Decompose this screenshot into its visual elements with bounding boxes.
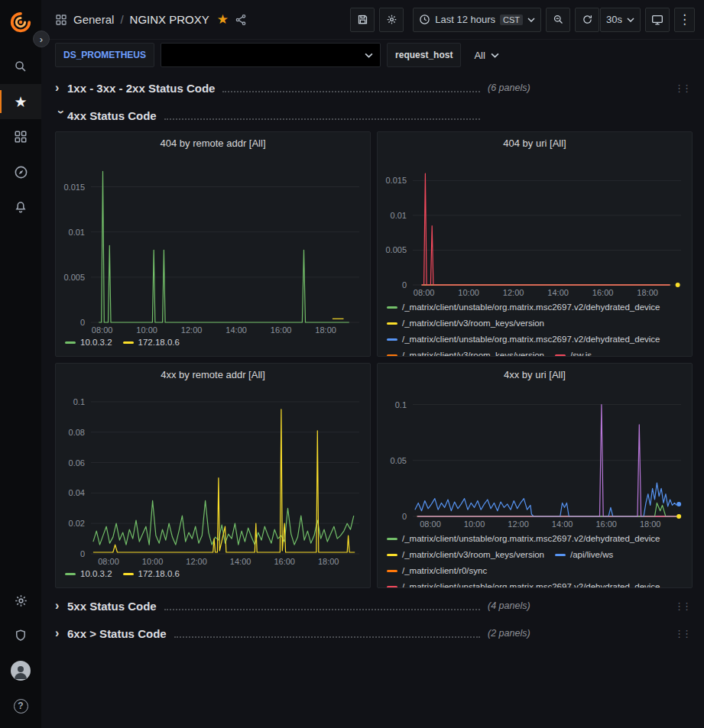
tv-mode-button[interactable] <box>645 8 670 32</box>
sidebar-item-alerting[interactable] <box>0 189 41 225</box>
legend-item[interactable]: 172.18.0.6 <box>123 569 180 578</box>
grafana-logo-icon[interactable] <box>8 9 34 35</box>
row-drag-handle[interactable]: ⋮⋮ <box>674 600 693 612</box>
legend-item[interactable]: /_matrix/client/unstable/org.matrix.msc2… <box>387 300 660 314</box>
kebab-menu-icon: ⋮ <box>678 11 691 28</box>
legend-item[interactable]: /_matrix/client/unstable/org.matrix.msc2… <box>387 532 660 545</box>
svg-text:0.015: 0.015 <box>385 176 407 185</box>
share-icon[interactable] <box>235 14 247 26</box>
kebab-menu-button[interactable]: ⋮ <box>674 8 695 32</box>
svg-text:0.1: 0.1 <box>395 400 407 409</box>
save-dashboard-button[interactable] <box>350 8 375 32</box>
variable-value-ds-prometheus[interactable] <box>161 43 381 67</box>
svg-text:18:00: 18:00 <box>640 519 661 529</box>
topbar-actions: Last 12 hours CST <box>350 8 695 32</box>
refresh-button[interactable] <box>575 8 599 32</box>
variable-label-request-host[interactable]: request_host <box>387 43 461 67</box>
sidebar-item-profile[interactable] <box>0 653 41 688</box>
time-range-picker[interactable]: Last 12 hours CST <box>413 8 541 32</box>
row-drag-handle[interactable]: ⋮⋮ <box>674 83 693 94</box>
svg-text:12:00: 12:00 <box>181 325 203 335</box>
svg-text:0.1: 0.1 <box>73 397 85 406</box>
svg-text:14:00: 14:00 <box>547 288 569 297</box>
legend-item[interactable]: /sw.js <box>555 348 592 356</box>
legend-item[interactable]: /_matrix/client/unstable/org.matrix.msc2… <box>387 580 660 587</box>
legend-item[interactable]: 172.18.0.6 <box>123 338 180 347</box>
row-panel-count: (6 panels) <box>488 83 530 93</box>
timezone-badge: CST <box>500 15 523 25</box>
gear-icon <box>14 594 28 608</box>
chevron-down-icon: › <box>55 110 67 122</box>
svg-text:0.06: 0.06 <box>69 458 85 468</box>
svg-text:16:00: 16:00 <box>595 519 617 529</box>
svg-text:0.01: 0.01 <box>69 228 85 237</box>
row-1xx-3xx-2xx[interactable]: › 1xx - 3xx - 2xx Status Code (6 panels)… <box>55 76 693 99</box>
chart-plot[interactable]: 00.0050.010.01508:0010:0012:0014:0016:00… <box>378 154 692 299</box>
chevron-down-icon <box>627 18 634 22</box>
chart-plot[interactable]: 00.0050.010.01508:0010:0012:0014:0016:00… <box>56 154 370 336</box>
svg-text:0.01: 0.01 <box>391 211 407 220</box>
variable-value-text: All <box>474 50 485 61</box>
sidebar-item-starred[interactable]: ★ <box>0 84 41 119</box>
sidebar-item-server-admin[interactable] <box>0 618 41 653</box>
sidebar-item-search[interactable] <box>0 49 41 84</box>
row-4xx[interactable]: › 4xx Status Code <box>55 104 693 127</box>
dashboard-body: › 1xx - 3xx - 2xx Status Code (6 panels)… <box>41 70 704 728</box>
svg-text:0.015: 0.015 <box>63 183 85 192</box>
zoom-out-button[interactable] <box>546 8 570 32</box>
panel-title[interactable]: 404 by uri [All] <box>378 132 692 154</box>
chevron-down-icon <box>491 53 499 58</box>
svg-text:10:00: 10:00 <box>458 288 479 297</box>
panel-title[interactable]: 4xx by remote addr [All] <box>56 364 370 385</box>
panel-row-1: 404 by remote addr [All] 00.0050.010.015… <box>55 131 693 357</box>
svg-text:0.08: 0.08 <box>69 428 85 437</box>
variable-value-request-host[interactable]: All <box>467 43 505 67</box>
svg-text:14:00: 14:00 <box>225 325 247 335</box>
sidebar-item-explore[interactable] <box>0 154 41 189</box>
sidebar-item-configuration[interactable] <box>0 583 41 618</box>
variable-label-ds-prometheus[interactable]: DS_PROMETHEUS <box>55 43 154 67</box>
legend-item[interactable]: /_matrix/client/unstable/org.matrix.msc2… <box>387 332 660 346</box>
bell-icon <box>14 200 28 214</box>
compass-icon <box>14 165 28 180</box>
svg-text:16:00: 16:00 <box>274 557 295 566</box>
refresh-icon <box>582 14 593 25</box>
sidebar-expand-button[interactable]: › <box>33 31 50 47</box>
legend-item[interactable]: 10.0.3.2 <box>65 569 112 578</box>
svg-text:12:00: 12:00 <box>503 288 524 297</box>
row-drag-handle[interactable]: ⋮⋮ <box>674 628 693 639</box>
refresh-interval-select[interactable]: 30s <box>600 8 641 32</box>
row-title: 1xx - 3xx - 2xx Status Code <box>67 82 215 95</box>
svg-text:12:00: 12:00 <box>186 557 207 566</box>
panel-title[interactable]: 4xx by uri [All] <box>378 364 692 385</box>
sidebar-item-help[interactable]: ? <box>0 688 41 723</box>
chart-legend: /_matrix/client/unstable/org.matrix.msc2… <box>378 299 692 356</box>
sidebar-item-dashboards[interactable] <box>0 119 41 154</box>
favorite-star-icon[interactable]: ★ <box>217 11 229 28</box>
svg-text:0.005: 0.005 <box>63 273 85 282</box>
chart-plot[interactable]: 00.050.108:0010:0012:0014:0016:0018:00 <box>378 385 692 530</box>
row-6xx[interactable]: › 6xx > Status Code (2 panels) ⋮⋮ <box>55 622 693 645</box>
main-area: General / NGINX PROXY ★ <box>41 0 704 728</box>
legend-item[interactable]: /api/live/ws <box>555 548 613 561</box>
legend-item[interactable]: /_matrix/client/v3/room_keys/version <box>387 548 544 561</box>
panel-title[interactable]: 404 by remote addr [All] <box>56 132 370 154</box>
dotted-leader <box>222 84 480 92</box>
legend-item[interactable]: /_matrix/client/v3/room_keys/version <box>387 348 544 356</box>
legend-item[interactable]: /_matrix/client/v3/room_keys/version <box>387 316 544 330</box>
row-5xx[interactable]: › 5xx Status Code (4 panels) ⋮⋮ <box>55 594 693 617</box>
legend-item[interactable]: /_matrix/client/r0/sync <box>387 564 487 578</box>
apps-grid-icon <box>14 130 28 144</box>
breadcrumb-section[interactable]: General <box>73 13 114 26</box>
svg-text:12:00: 12:00 <box>508 519 529 529</box>
panel-4xx-by-remote-addr: 4xx by remote addr [All] 00.020.040.060.… <box>55 363 371 588</box>
chart-plot[interactable]: 00.020.040.060.080.108:0010:0012:0014:00… <box>56 385 370 568</box>
svg-text:10:00: 10:00 <box>142 557 164 566</box>
legend-item[interactable]: 10.0.3.2 <box>65 338 112 347</box>
chevron-right-icon: › <box>55 82 67 94</box>
dashboard-settings-button[interactable] <box>379 8 404 32</box>
svg-text:0.005: 0.005 <box>385 245 407 254</box>
dashboard-title[interactable]: NGINX PROXY <box>130 13 209 26</box>
avatar <box>11 661 31 681</box>
breadcrumb-separator: / <box>120 13 123 26</box>
